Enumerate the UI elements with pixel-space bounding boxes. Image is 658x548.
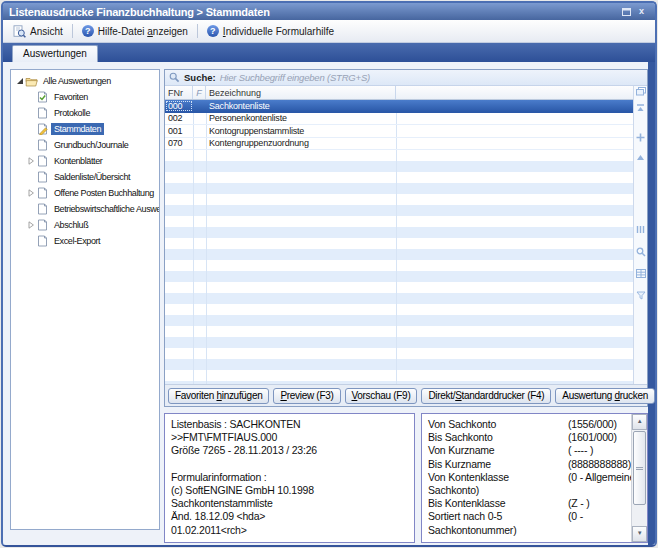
tree-item-saldenliste-bersicht[interactable]: Saldenliste/Übersicht	[11, 169, 159, 185]
filter-row: Von Kontenklasse(0 - Allgemeines	[428, 471, 629, 484]
search-icon	[169, 72, 180, 83]
button-preview-f3[interactable]: Preview (F3)	[273, 388, 340, 404]
filter-icon[interactable]	[635, 290, 646, 301]
tree-item-stammdaten[interactable]: Stammdaten	[11, 121, 159, 137]
tree-item-alle-auswertungen[interactable]: Alle Auswertungen	[11, 73, 159, 89]
thumb-grip	[636, 467, 643, 470]
toolbar-separator	[72, 24, 73, 38]
cell-rest	[396, 113, 633, 125]
tree-item-excel-export[interactable]: Excel-Export	[11, 233, 159, 249]
search-bar[interactable]: Suche: Hier Suchbegriff eingeben (STRG+S…	[165, 70, 647, 86]
toolbar-button-individuelle-formularhilfe[interactable]: ?Individuelle Formularhilfe	[200, 23, 341, 39]
filter-label: Sachkontonummer)	[428, 524, 568, 537]
scroll-down-arrow[interactable]: ▼	[632, 526, 647, 542]
tree-item-kontenbl-tter[interactable]: Kontenblätter	[11, 153, 159, 169]
filter-value: ( ---- )	[568, 444, 629, 457]
filter-row: Sachkontonummer)	[428, 524, 629, 537]
scroll-up-arrow[interactable]: ▲	[632, 414, 647, 430]
filter-row: Bis Sachkonto(1601/000)	[428, 431, 629, 444]
app-window: Listenausdrucke Finanzbuchhaltung > Stam…	[1, 1, 657, 547]
filter-label: Von Sachkonto	[428, 418, 568, 431]
scroll-up-icon[interactable]	[635, 152, 646, 163]
filter-value	[568, 484, 629, 497]
filter-label: Von Kurzname	[428, 444, 568, 457]
tree-item-grundbuch-journale[interactable]: Grundbuch/Journale	[11, 137, 159, 153]
filter-value: (1556/000)	[568, 418, 629, 431]
info-line: Größe 7265 - 28.11.2013 / 23:26	[171, 444, 408, 457]
filter-value: (Z - )	[568, 497, 629, 510]
expander-collapsed-icon[interactable]	[25, 157, 36, 165]
cell-fnr: 001	[165, 125, 193, 137]
column-header-bezeichnung[interactable]: Bezeichnung	[206, 86, 396, 99]
auswertungen-tree: Alle AuswertungenFavoritenProtokolleStam…	[10, 69, 160, 530]
expander-collapsed-icon[interactable]	[25, 189, 36, 197]
label: Individuelle Formularhilfe	[223, 26, 334, 37]
cell-f	[193, 100, 206, 112]
filter-label: Bis Kontenklasse	[428, 497, 568, 510]
zoom-icon[interactable]	[635, 246, 646, 257]
cell-f	[193, 125, 206, 137]
table-row-002[interactable]: 002Personenkontenliste	[165, 113, 633, 126]
tree-item-offene-posten-buchhaltung[interactable]: Offene Posten Buchhaltung	[11, 185, 159, 201]
label: Vorschau (F9)	[352, 390, 411, 401]
table-side-toolbar	[633, 86, 647, 384]
filter-label: Von Kontenklasse	[428, 471, 568, 484]
button-vorschau-f9[interactable]: Vorschau (F9)	[345, 388, 418, 404]
button-direkt-standarddrucker-f4[interactable]: Direkt/Standarddrucker (F4)	[421, 388, 551, 404]
list-panel: Suche: Hier Suchbegriff eingeben (STRG+S…	[164, 69, 648, 407]
table-row-070[interactable]: 070Kontengruppenzuordnung	[165, 138, 633, 151]
navigate-plus-icon[interactable]	[635, 132, 646, 143]
filter-info-panel: Von Sachkonto(1556/000)Bis Sachkonto(160…	[421, 413, 648, 543]
restore-window-icon[interactable]	[619, 5, 634, 18]
folder-open-icon	[25, 76, 38, 87]
scrollbar-track[interactable]	[632, 506, 647, 526]
column-chooser-icon[interactable]	[635, 86, 646, 97]
table-header: FNrFBezeichnung	[165, 86, 633, 100]
button-favoriten-hinzufuegen[interactable]: Favoriten hinzufügen	[168, 388, 269, 404]
expander-expanded-icon[interactable]	[14, 77, 25, 85]
cell-rest	[396, 100, 633, 112]
tree-item-abschlu[interactable]: Abschluß	[11, 217, 159, 233]
window-title: Listenausdrucke Finanzbuchhaltung > Stam…	[9, 6, 619, 18]
cell-bez: Kontogruppenstammliste	[206, 125, 396, 137]
toolbar-button-hilfe-datei-anzeigen[interactable]: ?Hilfe-Datei anzeigen	[75, 23, 195, 39]
column-header-fnr[interactable]: FNr	[165, 86, 193, 99]
tab-auswertungen[interactable]: Auswertungen	[12, 45, 98, 62]
tree-item-protokolle[interactable]: Protokolle	[11, 105, 159, 121]
column-header-blank[interactable]	[396, 86, 633, 99]
columns-icon[interactable]	[635, 224, 646, 235]
filter-info-text: Von Sachkonto(1556/000)Bis Sachkonto(160…	[422, 414, 631, 542]
tree-item-label: Betriebswirtschaftliche Auswertungen	[51, 203, 160, 215]
main-column: Suche: Hier Suchbegriff eingeben (STRG+S…	[164, 69, 648, 538]
toolbar-button-ansicht[interactable]: Ansicht	[6, 23, 70, 40]
tree-item-favoriten[interactable]: Favoriten	[11, 89, 159, 105]
close-window-icon[interactable]: x	[634, 5, 649, 18]
scrollbar-thumb[interactable]	[633, 431, 646, 505]
column-header-f[interactable]: F	[193, 86, 206, 99]
tree-item-label: Saldenliste/Übersicht	[51, 171, 133, 183]
grid-icon[interactable]	[635, 268, 646, 279]
expander-collapsed-icon[interactable]	[25, 221, 36, 229]
filter-value: (0 -	[568, 510, 629, 523]
tree-item-betriebswirtschaftliche-auswertungen[interactable]: Betriebswirtschaftliche Auswertungen	[11, 201, 159, 217]
document-icon	[36, 171, 49, 183]
table-row-000[interactable]: 000Sachkontenliste	[165, 100, 633, 113]
document-icon	[36, 203, 49, 215]
toolbar: Ansicht?Hilfe-Datei anzeigen?Individuell…	[3, 20, 655, 43]
document-icon	[36, 107, 49, 119]
table-row-001[interactable]: 001Kontogruppenstammliste	[165, 125, 633, 138]
button-auswertung-drucken[interactable]: Auswertung drucken	[555, 388, 655, 404]
favorites-icon	[36, 91, 49, 103]
tree-item-label: Excel-Export	[51, 235, 103, 247]
cell-fnr: 002	[165, 113, 193, 125]
filter-scrollbar[interactable]: ▲ ▼	[631, 414, 647, 542]
filter-label: Bis Kurzname	[428, 458, 568, 471]
label: Direkt/Standarddrucker (F4)	[428, 390, 544, 401]
filter-value: (0 - Allgemeines	[568, 471, 640, 484]
tree-item-label: Grundbuch/Journale	[51, 139, 131, 151]
info-line: Listenbasis : SACHKONTEN	[171, 418, 408, 431]
info-row: Listenbasis : SACHKONTEN>>FMT\FMTFIAUS.0…	[164, 413, 648, 543]
filter-label: Bis Sachkonto	[428, 431, 568, 444]
filter-row: Bis Kurzname(8888888888)	[428, 458, 629, 471]
scroll-to-top-icon[interactable]	[635, 103, 646, 114]
